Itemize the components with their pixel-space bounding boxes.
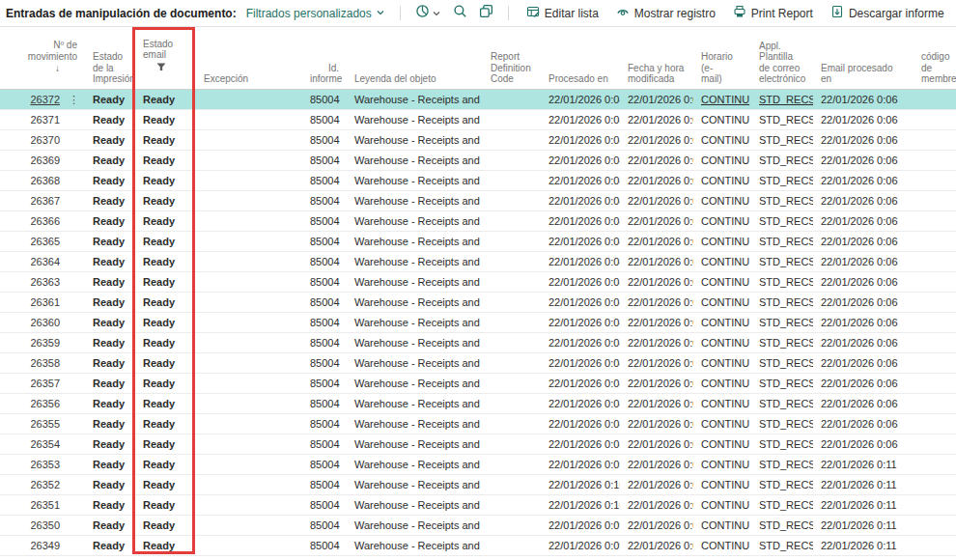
email-schedule-link[interactable]: CONTINU: [701, 236, 749, 247]
table-row[interactable]: 26348 ⋮ Ready Ready 85004 Warehouse - Re…: [0, 555, 956, 560]
email-schedule-link[interactable]: CONTINU: [701, 154, 749, 166]
column-header-exception[interactable]: Excepción: [196, 27, 302, 89]
email-schedule-link[interactable]: CONTINU: [701, 256, 749, 267]
email-template-link[interactable]: STD_RECSHIP: [759, 134, 813, 146]
email-schedule-link[interactable]: CONTINU: [701, 114, 749, 126]
movement-no-link[interactable]: 26352: [30, 479, 60, 490]
movement-no-link[interactable]: 26359: [30, 337, 60, 349]
table-row[interactable]: 26367 ⋮ Ready Ready 85004 Warehouse - Re…: [0, 190, 956, 210]
email-schedule-link[interactable]: CONTINU: [701, 540, 749, 551]
download-report-button[interactable]: Descargar informe: [830, 5, 944, 21]
column-header-object-caption[interactable]: Leyenda del objeto: [347, 27, 483, 89]
column-header-letterhead[interactable]: código de membrete: [914, 27, 956, 89]
movement-no-link[interactable]: 26360: [30, 317, 60, 328]
movement-no-link[interactable]: 26364: [30, 256, 60, 267]
email-template-link[interactable]: STD_RECSHIP: [759, 296, 813, 308]
table-row[interactable]: 26361 ⋮ Ready Ready 85004 Warehouse - Re…: [0, 292, 956, 312]
email-template-link[interactable]: STD_RECSHIP: [759, 438, 813, 450]
column-header-modified-at[interactable]: Fecha y hora modificada: [620, 27, 693, 89]
show-record-button[interactable]: Mostrar registro: [616, 5, 716, 21]
open-in-new-window-button[interactable]: [479, 4, 493, 22]
table-row[interactable]: 26355 ⋮ Ready Ready 85004 Warehouse - Re…: [0, 413, 956, 434]
email-schedule-link[interactable]: CONTINU: [701, 418, 749, 430]
email-template-link[interactable]: STD_RECSHIP: [759, 154, 813, 166]
table-row[interactable]: 26356 ⋮ Ready Ready 85004 Warehouse - Re…: [0, 393, 956, 413]
movement-no-link[interactable]: 26351: [30, 499, 60, 511]
column-header-email-schedule[interactable]: Horario (e- mail): [693, 27, 751, 89]
movement-no-link[interactable]: 26356: [30, 398, 60, 409]
email-template-link[interactable]: STD_RECSHIP: [759, 459, 813, 470]
column-header-report-definition-code[interactable]: Report Definition Code: [483, 27, 541, 89]
table-row[interactable]: 26368 ⋮ Ready Ready 85004 Warehouse - Re…: [0, 170, 956, 190]
movement-no-link[interactable]: 26369: [30, 154, 60, 166]
table-row[interactable]: 26352 ⋮ Ready Ready 85004 Warehouse - Re…: [0, 474, 956, 494]
email-schedule-link[interactable]: CONTINU: [701, 276, 749, 288]
table-row[interactable]: 26372 ⋮ Ready Ready 85004 Warehouse - Re…: [0, 89, 956, 109]
email-schedule-link[interactable]: CONTINU: [701, 499, 749, 511]
email-schedule-link[interactable]: CONTINU: [701, 378, 749, 389]
email-schedule-link[interactable]: CONTINU: [701, 479, 749, 490]
email-schedule-link[interactable]: CONTINU: [701, 317, 749, 328]
movement-no-link[interactable]: 26357: [30, 378, 60, 389]
email-schedule-link[interactable]: CONTINU: [701, 398, 749, 409]
analyze-button[interactable]: [415, 4, 441, 22]
table-row[interactable]: 26364 ⋮ Ready Ready 85004 Warehouse - Re…: [0, 251, 956, 271]
email-schedule-link[interactable]: CONTINU: [701, 195, 749, 207]
email-template-link[interactable]: STD_RECSHIP: [759, 195, 813, 207]
print-report-button[interactable]: Print Report: [733, 5, 813, 21]
email-template-link[interactable]: STD_RECSHIP: [759, 236, 813, 247]
table-row[interactable]: 26371 ⋮ Ready Ready 85004 Warehouse - Re…: [0, 109, 956, 129]
movement-no-link[interactable]: 26372: [30, 94, 60, 105]
email-template-link[interactable]: STD_RECSHIP: [759, 276, 813, 288]
email-template-link[interactable]: STD_RECSHIP: [759, 357, 813, 369]
movement-no-link[interactable]: 26358: [30, 357, 60, 369]
email-schedule-link[interactable]: CONTINU: [701, 175, 749, 186]
table-row[interactable]: 26366 ⋮ Ready Ready 85004 Warehouse - Re…: [0, 210, 956, 231]
table-row[interactable]: 26363 ⋮ Ready Ready 85004 Warehouse - Re…: [0, 271, 956, 292]
email-template-link[interactable]: STD_RECSHIP: [759, 337, 813, 349]
column-header-print-status[interactable]: Estado de la Impresión: [85, 27, 135, 89]
table-row[interactable]: 26360 ⋮ Ready Ready 85004 Warehouse - Re…: [0, 312, 956, 332]
email-template-link[interactable]: STD_RECSHIP: [759, 378, 813, 389]
email-template-link[interactable]: STD_RECSHIP: [759, 479, 813, 490]
table-row[interactable]: 26359 ⋮ Ready Ready 85004 Warehouse - Re…: [0, 332, 956, 352]
email-template-link[interactable]: STD_RECSHIP: [759, 317, 813, 328]
table-row[interactable]: 26358 ⋮ Ready Ready 85004 Warehouse - Re…: [0, 352, 956, 373]
email-template-link[interactable]: STD_RECSHIP: [759, 175, 813, 186]
movement-no-link[interactable]: 26361: [30, 296, 60, 308]
column-header-email-processed-at[interactable]: Email procesado en: [813, 27, 914, 89]
table-row[interactable]: 26353 ⋮ Ready Ready 85004 Warehouse - Re…: [0, 454, 956, 474]
movement-no-link[interactable]: 26368: [30, 175, 60, 186]
movement-no-link[interactable]: 26353: [30, 459, 60, 470]
column-header-email-status[interactable]: Estado email: [135, 27, 196, 89]
email-template-link[interactable]: STD_RECSHIP: [759, 215, 813, 227]
movement-no-link[interactable]: 26350: [30, 519, 60, 531]
movement-no-link[interactable]: 26371: [30, 114, 60, 126]
email-schedule-link[interactable]: CONTINU: [701, 215, 749, 227]
email-template-link[interactable]: STD_RECSHIP: [759, 256, 813, 267]
table-row[interactable]: 26354 ⋮ Ready Ready 85004 Warehouse - Re…: [0, 434, 956, 454]
movement-no-link[interactable]: 26355: [30, 418, 60, 430]
email-template-link[interactable]: STD_RECSHIP: [759, 94, 813, 105]
saved-filter-dropdown[interactable]: Filtrados personalizados: [246, 7, 385, 20]
email-schedule-link[interactable]: CONTINU: [701, 134, 749, 146]
email-template-link[interactable]: STD_RECSHIP: [759, 418, 813, 430]
row-context-menu-icon[interactable]: ⋮: [69, 90, 79, 109]
movement-no-link[interactable]: 26370: [30, 134, 60, 146]
email-schedule-link[interactable]: CONTINU: [701, 94, 749, 105]
table-row[interactable]: 26357 ⋮ Ready Ready 85004 Warehouse - Re…: [0, 373, 956, 393]
table-row[interactable]: 26365 ⋮ Ready Ready 85004 Warehouse - Re…: [0, 231, 956, 251]
email-template-link[interactable]: STD_RECSHIP: [759, 398, 813, 409]
column-header-report-id[interactable]: Id. informe: [302, 27, 347, 89]
table-row[interactable]: 26351 ⋮ Ready Ready 85004 Warehouse - Re…: [0, 494, 956, 515]
table-row[interactable]: 26370 ⋮ Ready Ready 85004 Warehouse - Re…: [0, 129, 956, 150]
column-header-email-template[interactable]: Appl. Plantilla de correo electrónico: [751, 27, 813, 89]
search-button[interactable]: [453, 4, 467, 22]
email-template-link[interactable]: STD_RECSHIP: [759, 114, 813, 126]
movement-no-link[interactable]: 26365: [30, 236, 60, 247]
movement-no-link[interactable]: 26349: [30, 540, 60, 551]
email-schedule-link[interactable]: CONTINU: [701, 519, 749, 531]
movement-no-link[interactable]: 26363: [30, 276, 60, 288]
table-row[interactable]: 26369 ⋮ Ready Ready 85004 Warehouse - Re…: [0, 150, 956, 170]
table-row[interactable]: 26350 ⋮ Ready Ready 85004 Warehouse - Re…: [0, 515, 956, 535]
